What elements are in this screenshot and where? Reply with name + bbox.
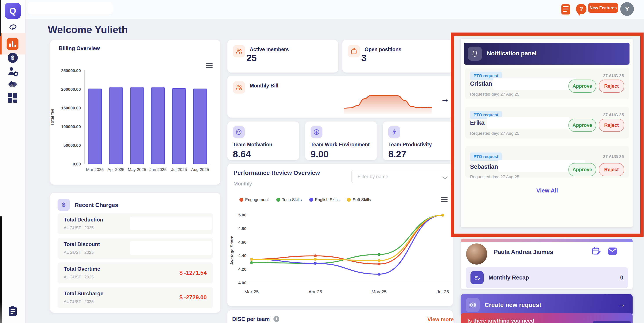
legend-dot <box>347 198 351 202</box>
sidebar-item-apps[interactable] <box>0 93 25 103</box>
charge-row-surcharge: Total Surcharge AUGUST 2025 $ -2729.00 <box>58 287 213 308</box>
create-new-request-label: Create new request <box>484 302 541 308</box>
view-all-link[interactable]: View All <box>465 187 629 194</box>
charge-period: AUGUST 2025 <box>64 299 94 304</box>
chart-bar <box>12 41 14 47</box>
filter-input[interactable] <box>357 170 437 183</box>
help-icon[interactable]: ? <box>576 4 586 14</box>
handshake-icon <box>7 80 18 90</box>
view-more-link[interactable]: View more <box>428 316 454 322</box>
new-features-button[interactable]: New Features <box>588 3 618 13</box>
monthly-bill-label: Monthly Bill <box>250 83 278 89</box>
calendar-edit-icon[interactable] <box>591 246 602 257</box>
info-icon[interactable]: i <box>274 316 280 322</box>
screen-edge <box>0 216 2 323</box>
mail-icon[interactable] <box>608 247 617 256</box>
notification-row-erika: PTO request 27 AUG 25 Erika Requested da… <box>465 107 629 138</box>
employee-name: Sebastian <box>470 164 498 170</box>
person-circle-icon <box>310 126 322 138</box>
recent-charges-title: Recent Charges <box>75 202 118 208</box>
legend-engagement: Engagement <box>240 197 269 202</box>
reject-button[interactable]: Reject <box>599 163 624 176</box>
monthly-recap-count[interactable]: 0 <box>620 274 623 281</box>
screen-edge <box>0 0 1 36</box>
sidebar-item-relations[interactable] <box>0 80 25 90</box>
app-logo[interactable]: Q <box>4 3 21 19</box>
performance-line-svg <box>249 212 450 288</box>
user-gear-icon <box>7 66 18 77</box>
chart-legend: Engagement Tech Skills English Skills So… <box>240 197 371 202</box>
notification-row-sebastian: PTO request 27 AUG 25 Sebastian Requeste… <box>465 146 629 178</box>
approve-button[interactable]: Approve <box>568 80 596 93</box>
notification-row-cristian: PTO request 27 AUG 25 Cristian Requested… <box>465 68 629 99</box>
sidebar-item-reports[interactable] <box>0 306 25 316</box>
dashboard-page: ? New Features Y Q $ <box>0 0 644 323</box>
search-input[interactable] <box>28 2 113 14</box>
billing-title: Billing Overview <box>59 45 100 52</box>
notification-date: 27 AUG 25 <box>603 112 624 117</box>
user-avatar[interactable]: Y <box>620 2 634 16</box>
employee-name: Cristian <box>470 80 492 87</box>
disc-title: DISC per team <box>232 316 270 322</box>
charge-label: Total Deduction <box>64 217 103 223</box>
dollar-glyph: $ <box>62 201 66 208</box>
legend-english-skills: English Skills <box>309 197 340 202</box>
charge-value: $ -2729.00 <box>180 294 207 301</box>
charge-label: Total Surcharge <box>64 290 104 297</box>
legend-dot <box>276 198 280 202</box>
banner-button-partial[interactable] <box>593 321 631 323</box>
team-motivation-value: 8.64 <box>233 149 251 160</box>
reject-button[interactable]: Reject <box>599 80 624 93</box>
profile-avatar[interactable] <box>466 244 487 264</box>
performance-xlabels: Mar 25Apr 25May 25Jul 25 <box>249 289 450 296</box>
legend-dot <box>240 198 243 202</box>
requested-day: Requested day: 27 Aug 25 <box>470 131 519 136</box>
chart-menu-icon[interactable] <box>206 63 212 68</box>
team-work-environment-value: 9.00 <box>310 149 328 160</box>
team-productivity-label: Team Productivity <box>388 142 432 148</box>
clipboard-icon <box>8 306 18 316</box>
sidebar-item-payroll[interactable]: $ <box>0 53 25 63</box>
bell-icon <box>468 46 482 61</box>
notification-panel-title: Notification panel <box>487 50 536 57</box>
performance-subtitle: Monthly <box>234 180 252 187</box>
charge-value: $ -1271.54 <box>180 270 207 276</box>
people-icon <box>233 45 245 57</box>
lightning-icon <box>388 126 400 138</box>
sidebar-item-history[interactable] <box>0 23 25 32</box>
sidebar-item-employees[interactable] <box>0 66 25 77</box>
arrow-right-icon[interactable]: → <box>440 94 450 104</box>
charge-period: AUGUST 2025 <box>64 250 94 255</box>
approve-button[interactable]: Approve <box>568 163 596 176</box>
grid-icon <box>8 93 18 103</box>
chart-bar <box>14 44 16 47</box>
performance-title: Performance Review Overview <box>234 170 320 176</box>
chevron-down-icon <box>442 174 448 179</box>
employee-name: Erika <box>470 120 484 126</box>
dollar-tile-icon: $ <box>58 199 70 211</box>
redacted-value <box>130 241 212 255</box>
header-bar <box>25 0 644 19</box>
document-icon[interactable] <box>562 4 570 14</box>
assistant-banner-text: Is there anything you need <box>468 318 534 323</box>
approve-button[interactable]: Approve <box>568 119 596 132</box>
arrow-right-icon: → <box>617 300 626 309</box>
active-members-value: 25 <box>246 53 257 63</box>
monthly-recap-label: Monthly Recap <box>488 274 529 281</box>
help-icon-tail <box>578 13 580 16</box>
filter-by-name-select[interactable] <box>352 170 452 183</box>
active-indicator <box>0 34 2 54</box>
chart-bar <box>9 44 11 47</box>
redacted-value <box>130 217 212 230</box>
chart-menu-icon[interactable] <box>441 197 448 202</box>
pto-badge: PTO request <box>470 152 502 161</box>
team-productivity-value: 8.27 <box>388 149 406 160</box>
requested-day: Requested day: 27 Aug 25 <box>470 174 519 179</box>
doc-line <box>563 8 569 10</box>
charge-row-discount: Total Discount AUGUST 2025 <box>58 238 213 259</box>
open-positions-value: 3 <box>361 53 366 63</box>
reject-button[interactable]: Reject <box>599 119 624 132</box>
smiley-icon <box>233 126 245 138</box>
plus-circle-icon <box>466 298 480 312</box>
bar-chart-icon[interactable] <box>6 38 18 50</box>
